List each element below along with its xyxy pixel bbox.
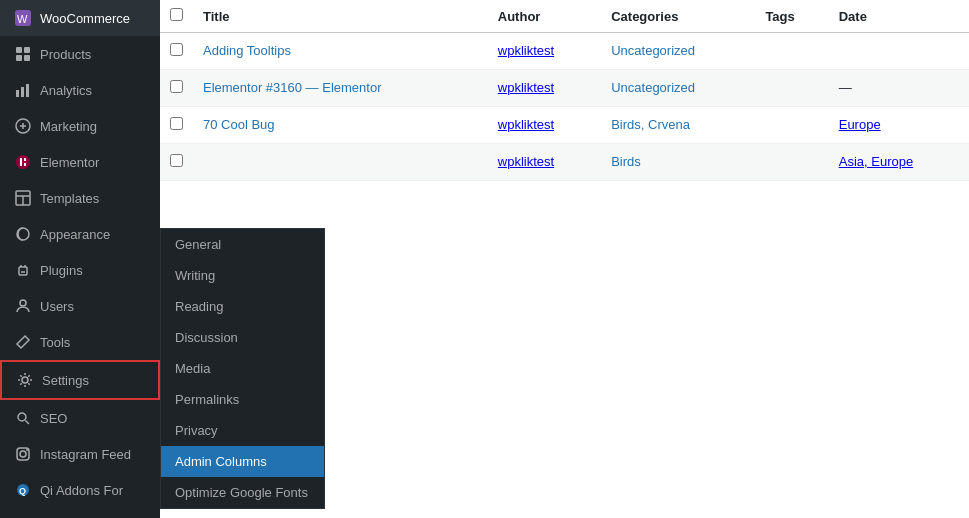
post-title-link[interactable]: Adding Tooltips <box>203 43 291 58</box>
post-author-cell: wpkliktest <box>488 144 601 181</box>
dropdown-item-general[interactable]: General <box>161 229 324 260</box>
svg-text:W: W <box>17 13 28 25</box>
sidebar-item-settings[interactable]: Settings <box>0 360 160 400</box>
table-row: Elementor #3160 — Elementor wpkliktest U… <box>160 70 969 107</box>
post-title-link[interactable]: 70 Cool Bug <box>203 117 275 132</box>
post-title-link[interactable]: Elementor #3160 — Elementor <box>203 80 381 95</box>
elementor-icon <box>14 153 32 171</box>
templates-icon <box>14 189 32 207</box>
svg-point-24 <box>20 451 26 457</box>
row-checkbox[interactable] <box>170 80 183 93</box>
post-category-cell: Birds, Crvena <box>601 107 755 144</box>
post-author-cell: wpkliktest <box>488 70 601 107</box>
post-date-link[interactable]: Asia, Europe <box>839 154 913 169</box>
post-date-link[interactable]: Europe <box>839 117 881 132</box>
sidebar-item-appearance[interactable]: Appearance <box>0 216 160 252</box>
settings-icon <box>16 371 34 389</box>
sidebar-item-tools[interactable]: Tools <box>0 324 160 360</box>
row-checkbox[interactable] <box>170 43 183 56</box>
sidebar-item-marketing[interactable]: Marketing <box>0 108 160 144</box>
svg-rect-6 <box>16 90 19 97</box>
svg-point-20 <box>22 377 28 383</box>
tags-column-header: Tags <box>755 0 828 33</box>
sidebar-label-settings: Settings <box>42 373 89 388</box>
sidebar-label-qi-addons: Qi Addons For <box>40 483 123 498</box>
svg-rect-18 <box>19 267 27 275</box>
post-date-cell: Asia, Europe <box>829 144 969 181</box>
sidebar-label-marketing: Marketing <box>40 119 97 134</box>
svg-rect-4 <box>16 55 22 61</box>
users-icon <box>14 297 32 315</box>
svg-rect-2 <box>16 47 22 53</box>
row-checkbox[interactable] <box>170 117 183 130</box>
post-category-link[interactable]: Uncategorized <box>611 80 695 95</box>
sidebar-label-tools: Tools <box>40 335 70 350</box>
sidebar-label-products: Products <box>40 47 91 62</box>
dropdown-item-discussion[interactable]: Discussion <box>161 322 324 353</box>
post-author-link[interactable]: wpkliktest <box>498 117 554 132</box>
sidebar-item-elementor[interactable]: Elementor <box>0 144 160 180</box>
sidebar-item-woocommerce[interactable]: W WooCommerce <box>0 0 160 36</box>
date-column-header: Date <box>829 0 969 33</box>
sidebar-label-instagram: Instagram Feed <box>40 447 131 462</box>
dropdown-item-media[interactable]: Media <box>161 353 324 384</box>
post-category-link[interactable]: Birds, Crvena <box>611 117 690 132</box>
post-author-cell: wpkliktest <box>488 107 601 144</box>
post-author-link[interactable]: wpkliktest <box>498 80 554 95</box>
svg-rect-5 <box>24 55 30 61</box>
post-author-link[interactable]: wpkliktest <box>498 43 554 58</box>
sidebar-item-analytics[interactable]: Analytics <box>0 72 160 108</box>
row-checkbox-cell <box>160 144 193 181</box>
seo-icon <box>14 409 32 427</box>
sidebar-item-users[interactable]: Users <box>0 288 160 324</box>
author-column-header: Author <box>488 0 601 33</box>
sidebar-item-plugins[interactable]: Plugins <box>0 252 160 288</box>
table-row: wpkliktest Birds Asia, Europe <box>160 144 969 181</box>
row-checkbox[interactable] <box>170 154 183 167</box>
post-category-link[interactable]: Birds <box>611 154 641 169</box>
sidebar-label-users: Users <box>40 299 74 314</box>
products-icon <box>14 45 32 63</box>
sidebar-item-seo[interactable]: SEO <box>0 400 160 436</box>
post-author-link[interactable]: wpkliktest <box>498 154 554 169</box>
post-author-cell: wpkliktest <box>488 33 601 70</box>
svg-line-22 <box>26 421 30 425</box>
post-category-link[interactable]: Uncategorized <box>611 43 695 58</box>
sidebar-item-qi-addons[interactable]: Q Qi Addons For <box>0 472 160 508</box>
post-category-cell: Birds <box>601 144 755 181</box>
sidebar-label-elementor: Elementor <box>40 155 99 170</box>
sidebar-item-instagram[interactable]: Instagram Feed <box>0 436 160 472</box>
post-tags-cell <box>755 70 828 107</box>
post-title-cell: 70 Cool Bug <box>193 107 488 144</box>
dropdown-item-permalinks[interactable]: Permalinks <box>161 384 324 415</box>
select-all-checkbox[interactable] <box>170 8 183 21</box>
select-all-header <box>160 0 193 33</box>
appearance-icon <box>14 225 32 243</box>
row-checkbox-cell <box>160 33 193 70</box>
dropdown-item-privacy[interactable]: Privacy <box>161 415 324 446</box>
svg-rect-12 <box>24 158 26 161</box>
post-date-cell: — <box>829 70 969 107</box>
svg-rect-13 <box>24 163 26 166</box>
plugins-icon <box>14 261 32 279</box>
sidebar-label-plugins: Plugins <box>40 263 83 278</box>
sidebar-label-analytics: Analytics <box>40 83 92 98</box>
sidebar-label-woocommerce: WooCommerce <box>40 11 130 26</box>
sidebar: W WooCommerce Products Analytics Marketi… <box>0 0 160 518</box>
svg-point-25 <box>26 449 28 451</box>
sidebar-item-products[interactable]: Products <box>0 36 160 72</box>
qi-addons-icon: Q <box>14 481 32 499</box>
analytics-icon <box>14 81 32 99</box>
row-checkbox-cell <box>160 107 193 144</box>
dropdown-item-optimize-google-fonts[interactable]: Optimize Google Fonts <box>161 477 324 508</box>
svg-rect-3 <box>24 47 30 53</box>
dropdown-item-writing[interactable]: Writing <box>161 260 324 291</box>
dropdown-item-reading[interactable]: Reading <box>161 291 324 322</box>
post-title-cell <box>193 144 488 181</box>
row-checkbox-cell <box>160 70 193 107</box>
post-title-cell: Elementor #3160 — Elementor <box>193 70 488 107</box>
svg-rect-8 <box>26 84 29 97</box>
dropdown-item-admin-columns[interactable]: Admin Columns <box>161 446 324 477</box>
sidebar-item-templates[interactable]: Templates <box>0 180 160 216</box>
svg-rect-7 <box>21 87 24 97</box>
